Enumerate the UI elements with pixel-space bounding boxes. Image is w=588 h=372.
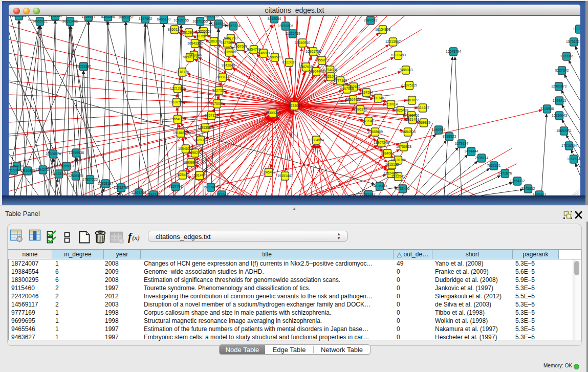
svg-text:11156829: 11156829: [20, 169, 35, 172]
svg-text:20206576: 20206576: [46, 152, 61, 156]
svg-text:6497568: 6497568: [340, 87, 354, 91]
svg-text:1733426: 1733426: [396, 187, 410, 190]
svg-text:14055721: 14055721: [32, 19, 48, 23]
svg-text:17016504: 17016504: [561, 144, 577, 147]
svg-text:10958127: 10958127: [98, 182, 113, 185]
svg-text:18807249: 18807249: [374, 141, 389, 144]
svg-text:19756928: 19756928: [396, 145, 411, 148]
svg-text:11530435: 11530435: [11, 16, 27, 17]
svg-text:6794028: 6794028: [323, 68, 337, 72]
svg-text:5461233: 5461233: [224, 36, 238, 40]
svg-text:1244415: 1244415: [553, 99, 567, 102]
svg-text:8813054: 8813054: [268, 17, 281, 20]
svg-text:9242848: 9242848: [222, 63, 235, 67]
svg-text:7515526: 7515526: [212, 22, 226, 26]
svg-text:1095401: 1095401: [533, 193, 547, 195]
svg-text:18640910: 18640910: [295, 41, 310, 45]
svg-text:16914479: 16914479: [192, 173, 207, 177]
svg-text:19151447: 19151447: [277, 174, 293, 178]
svg-text:(x): (x): [132, 234, 140, 242]
svg-text:16782759: 16782759: [114, 186, 129, 189]
svg-text:2667608: 2667608: [234, 45, 248, 48]
svg-text:19654923: 19654923: [400, 130, 416, 134]
svg-text:19904448: 19904448: [309, 70, 324, 73]
svg-text:9245652: 9245652: [521, 187, 535, 190]
svg-text:17359938: 17359938: [69, 151, 84, 155]
svg-text:1588520: 1588520: [268, 55, 282, 59]
svg-text:9884067: 9884067: [381, 151, 395, 155]
svg-text:1362615: 1362615: [299, 65, 313, 69]
svg-text:8471676: 8471676: [498, 171, 512, 175]
svg-text:20364436: 20364436: [345, 98, 361, 101]
svg-text:9327505: 9327505: [221, 41, 234, 45]
svg-text:7857224: 7857224: [227, 24, 241, 28]
svg-text:19654985: 19654985: [170, 117, 185, 121]
svg-text:6466160: 6466160: [157, 17, 171, 21]
svg-text:7986372: 7986372: [354, 107, 367, 111]
svg-text:7625402: 7625402: [176, 173, 190, 177]
svg-text:1192346: 1192346: [147, 193, 160, 195]
svg-text:5498222: 5498222: [188, 151, 202, 155]
svg-text:6379197: 6379197: [455, 142, 469, 145]
svg-text:12213967: 12213967: [385, 40, 401, 43]
svg-text:7632621: 7632621: [487, 164, 501, 167]
svg-text:16543362: 16543362: [187, 41, 203, 45]
svg-text:16909948: 16909948: [183, 161, 199, 164]
svg-text:12093873: 12093873: [551, 84, 567, 88]
svg-text:15720407: 15720407: [361, 119, 376, 123]
svg-text:1117216: 1117216: [573, 27, 580, 31]
svg-text:1621072: 1621072: [324, 75, 338, 78]
svg-text:15716485: 15716485: [203, 185, 219, 189]
svg-text:10973493: 10973493: [390, 53, 406, 57]
svg-text:2935114: 2935114: [475, 156, 488, 160]
svg-text:8912954: 8912954: [182, 31, 196, 34]
svg-text:10107552: 10107552: [169, 100, 184, 104]
svg-text:10654112: 10654112: [510, 179, 525, 183]
svg-text:16053809: 16053809: [203, 16, 219, 18]
svg-text:2522541: 2522541: [391, 174, 405, 178]
svg-text:9581342: 9581342: [362, 192, 376, 195]
svg-text:16648794: 16648794: [446, 50, 461, 53]
svg-text:17857223: 17857223: [82, 178, 98, 181]
svg-text:16154808: 16154808: [375, 28, 390, 31]
svg-text:16210643: 16210643: [552, 114, 567, 117]
svg-text:18300295: 18300295: [265, 111, 280, 115]
svg-text:8322037: 8322037: [282, 60, 296, 64]
svg-text:9857791: 9857791: [169, 185, 183, 188]
svg-text:19384554: 19384554: [309, 138, 324, 142]
svg-text:8454749: 8454749: [247, 48, 261, 51]
svg-text:6969889: 6969889: [417, 121, 431, 124]
svg-text:1245412: 1245412: [262, 170, 276, 174]
svg-text:4170061: 4170061: [210, 102, 224, 105]
svg-text:12505135: 12505135: [68, 174, 83, 178]
svg-text:9605159: 9605159: [49, 16, 62, 17]
svg-text:10975887: 10975887: [59, 164, 74, 168]
svg-text:1527602: 1527602: [139, 17, 153, 20]
svg-text:10025438: 10025438: [393, 108, 408, 112]
svg-text:10046766: 10046766: [178, 147, 193, 150]
svg-text:1350151: 1350151: [10, 164, 24, 168]
svg-text:2718176: 2718176: [176, 70, 189, 74]
svg-text:9463627: 9463627: [405, 98, 419, 102]
svg-text:14136141: 14136141: [372, 184, 387, 188]
svg-text:12213369: 12213369: [170, 86, 185, 90]
svg-text:2803144: 2803144: [216, 75, 230, 79]
svg-text:3915947: 3915947: [9, 168, 20, 172]
svg-text:1571648: 1571648: [215, 193, 229, 195]
svg-text:15692971: 15692971: [556, 129, 572, 133]
svg-text:8660124: 8660124: [168, 28, 182, 31]
svg-text:9329966: 9329966: [560, 54, 574, 58]
svg-text:9114657: 9114657: [416, 106, 429, 110]
svg-text:3267110: 3267110: [205, 114, 218, 117]
svg-text:15226058: 15226058: [196, 30, 211, 33]
svg-text:6216014: 6216014: [384, 102, 398, 106]
svg-text:7955812: 7955812: [315, 58, 329, 62]
svg-text:10688609: 10688609: [367, 130, 383, 134]
svg-text:10807487: 10807487: [371, 96, 386, 100]
svg-text:8186328: 8186328: [207, 39, 221, 43]
svg-text:9474444: 9474444: [465, 149, 478, 153]
svg-text:11923468: 11923468: [131, 191, 146, 194]
svg-text:1759647: 1759647: [82, 16, 96, 18]
svg-text:11353594: 11353594: [198, 126, 213, 129]
svg-text:20053346: 20053346: [76, 64, 91, 68]
